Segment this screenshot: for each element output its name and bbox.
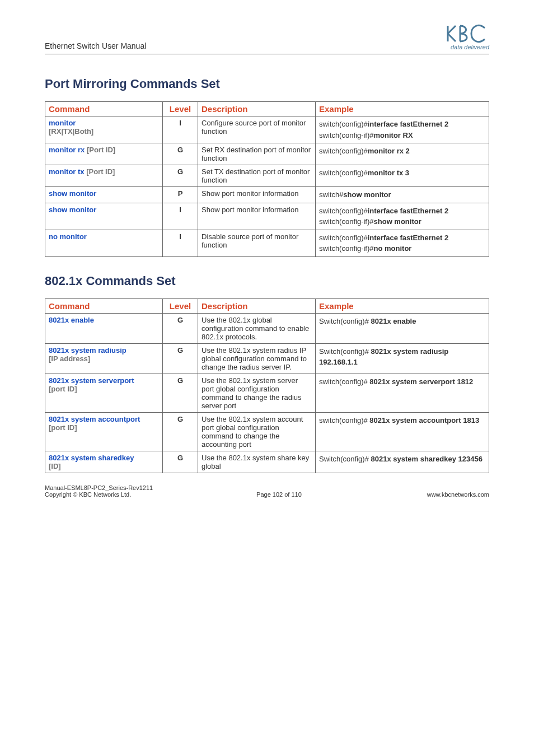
table-row: 8021x system sharedkey[ID]GUse the 802.1… (45, 451, 489, 473)
col-level: Level (163, 102, 198, 116)
col-level: Level (163, 298, 198, 313)
level-cell: G (163, 412, 198, 451)
command-cell: 8021x system radiusip[IP address] (45, 343, 163, 374)
example-line: Switch(config)# 8021x system sharedkey 1… (319, 454, 485, 465)
command-arg: [IP address] (49, 354, 90, 363)
table-row: show monitorPShow port monitor informati… (45, 187, 489, 203)
example-cell: switch(config)# 8021x system serverport … (316, 374, 489, 412)
command-arg: [port ID] (49, 385, 77, 393)
logo-tagline: data delivered (451, 44, 489, 50)
example-line: switch(config-if)#no monitor (319, 243, 485, 254)
example-line: switch(config-if)#show monitor (319, 216, 485, 227)
level-cell: G (163, 313, 198, 343)
svg-line-1 (448, 26, 456, 34)
example-cell: switch(config)#interface fastEthernet 2s… (316, 116, 489, 143)
port-mirroring-tbody: monitor[RX|TX|Both]IConfigure source por… (45, 116, 489, 257)
description-cell: Use the 802.1x system server port global… (198, 374, 316, 412)
command-cell: show monitor (45, 203, 163, 230)
command-name: 8021x system radiusip (49, 346, 127, 354)
table-row: 8021x enableGUse the 802.1x global confi… (45, 313, 489, 343)
level-cell: G (163, 374, 198, 412)
command-name: monitor rx (49, 146, 85, 154)
table-row: show monitorIShow port monitor informati… (45, 203, 489, 230)
section-title-8021x: 802.1x Commands Set (45, 274, 489, 288)
page-footer: Manual-ESML8P-PC2_Series-Rev1211 Copyrig… (45, 484, 489, 498)
col-command: Command (45, 298, 163, 313)
command-name: 8021x system accountport (49, 415, 140, 423)
level-cell: I (163, 203, 198, 230)
command-arg: [Port ID] (85, 167, 115, 176)
command-cell: monitor[RX|TX|Both] (45, 116, 163, 143)
footer-url: www.kbcnetworks.com (427, 491, 489, 498)
description-cell: Use the 802.1x system account port globa… (198, 412, 316, 451)
table-row: monitor tx [Port ID]GSet TX destination … (45, 165, 489, 187)
page-header: Ethernet Switch User Manual data deliver… (45, 22, 489, 54)
example-line: switch#show monitor (319, 189, 485, 200)
example-line: switch(config)# 8021x system serverport … (319, 376, 485, 388)
level-cell: P (163, 187, 198, 203)
8021x-tbody: 8021x enableGUse the 802.1x global confi… (45, 313, 489, 473)
level-cell: I (163, 230, 198, 256)
example-line: switch(config)#interface fastEthernet 2 (319, 119, 485, 130)
example-cell: Switch(config)# 8021x system sharedkey 1… (316, 451, 489, 473)
svg-line-2 (448, 34, 456, 41)
footer-copyright: Copyright © KBC Networks Ltd. (45, 491, 131, 498)
command-cell: monitor tx [Port ID] (45, 165, 163, 187)
command-name: 8021x system sharedkey (49, 454, 134, 462)
command-arg: [RX|TX|Both] (49, 127, 93, 136)
description-cell: Set TX destination port of monitor funct… (198, 165, 316, 187)
header-title: Ethernet Switch User Manual (45, 41, 146, 50)
example-cell: switch(config)#interface fastEthernet 2s… (316, 203, 489, 230)
example-line: switch(config)#interface fastEthernet 2 (319, 232, 485, 244)
table-row: 8021x system radiusip[IP address]GUse th… (45, 343, 489, 374)
command-name: show monitor (49, 206, 96, 214)
col-example: Example (316, 102, 489, 116)
example-cell: Switch(config)# 8021x system radiusip 19… (316, 343, 489, 374)
description-cell: Use the 802.1x system radius IP global c… (198, 343, 316, 374)
example-cell: switch(config)#monitor rx 2 (316, 143, 489, 165)
command-name: 8021x system serverport (49, 376, 134, 385)
command-cell: 8021x enable (45, 313, 163, 343)
command-cell: 8021x system sharedkey[ID] (45, 451, 163, 473)
description-cell: Show port monitor information (198, 187, 316, 203)
example-line: Switch(config)# 8021x system radiusip 19… (319, 346, 485, 368)
example-line: switch(config)#monitor tx 3 (319, 167, 485, 179)
example-line: switch(config)# 8021x system accountport… (319, 415, 485, 426)
footer-manual-id: Manual-ESML8P-PC2_Series-Rev1211 (45, 484, 489, 491)
example-line: Switch(config)# 8021x enable (319, 316, 485, 327)
command-arg: [port ID] (49, 423, 77, 432)
command-name: no monitor (49, 232, 87, 241)
command-name: 8021x enable (49, 316, 94, 324)
table-row: 8021x system accountport[port ID]GUse th… (45, 412, 489, 451)
description-cell: Disable source port of monitor function (198, 230, 316, 256)
command-cell: 8021x system accountport[port ID] (45, 412, 163, 451)
command-cell: show monitor (45, 187, 163, 203)
command-name: monitor tx (49, 167, 85, 176)
command-arg: [ID] (49, 462, 61, 470)
port-mirroring-table: Command Level Description Example monito… (45, 101, 489, 257)
col-description: Description (198, 298, 316, 313)
level-cell: G (163, 143, 198, 165)
table-row: 8021x system serverport[port ID]GUse the… (45, 374, 489, 412)
command-name: monitor (49, 119, 76, 127)
brand-logo: data delivered (444, 22, 489, 50)
level-cell: G (163, 165, 198, 187)
level-cell: I (163, 116, 198, 143)
command-name: show monitor (49, 189, 96, 198)
description-cell: Set RX destination port of monitor funct… (198, 143, 316, 165)
command-cell: 8021x system serverport[port ID] (45, 374, 163, 412)
kbc-logo-icon (444, 22, 489, 45)
description-cell: Use the 802.1x system share key global (198, 451, 316, 473)
level-cell: G (163, 451, 198, 473)
example-line: switch(config)#interface fastEthernet 2 (319, 206, 485, 217)
col-example: Example (316, 298, 489, 313)
col-command: Command (45, 102, 163, 116)
example-cell: switch#show monitor (316, 187, 489, 203)
example-cell: switch(config)#monitor tx 3 (316, 165, 489, 187)
example-cell: Switch(config)# 8021x enable (316, 313, 489, 343)
example-line: switch(config)#monitor rx 2 (319, 146, 485, 157)
footer-page-number: Page 102 of 110 (256, 491, 302, 498)
table-row: monitor rx [Port ID]GSet RX destination … (45, 143, 489, 165)
level-cell: G (163, 343, 198, 374)
8021x-table: Command Level Description Example 8021x … (45, 298, 489, 473)
